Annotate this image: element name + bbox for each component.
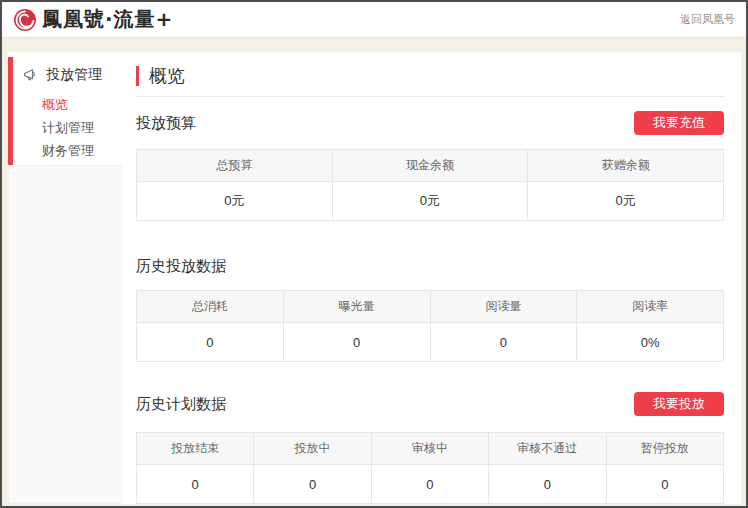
sidebar-item-plan-management[interactable]: 计划管理: [42, 116, 122, 139]
page-title: 概览: [149, 64, 185, 88]
col-delivering: 投放中: [254, 433, 371, 465]
total-consumption-value: 0: [137, 323, 284, 362]
exposure-value: 0: [283, 323, 430, 362]
delivery-paused-value: 0: [606, 465, 723, 504]
table-value-row: 0 0 0 0 0: [137, 465, 724, 504]
section-plan-data-header: 历史计划数据 我要投放: [136, 392, 724, 416]
delivery-ended-value: 0: [137, 465, 254, 504]
col-gift-balance: 获赠余额: [528, 150, 724, 182]
col-in-review: 审核中: [371, 433, 488, 465]
phoenix-swirl-icon: [13, 8, 37, 32]
budget-table: 总预算 现金余额 获赠余额 0元 0元 0元: [136, 149, 724, 221]
table-value-row: 0元 0元 0元: [137, 182, 724, 221]
history-data-table: 总消耗 曝光量 阅读量 阅读率 0 0 0 0%: [136, 290, 724, 362]
sidebar-group-label: 投放管理: [46, 66, 102, 84]
section-history-data-title: 历史投放数据: [136, 257, 226, 276]
sidebar-item-finance-management[interactable]: 财务管理: [42, 139, 122, 162]
table-header-row: 投放结束 投放中 审核中 审核不通过 暂停投放: [137, 433, 724, 465]
col-exposure: 曝光量: [283, 291, 430, 323]
main-panel: 投放管理 概览 计划管理 财务管理 概览 投放预算 我要充值: [8, 52, 741, 504]
title-divider: [136, 96, 724, 97]
section-budget-title: 投放预算: [136, 114, 196, 133]
megaphone-icon: [23, 68, 39, 82]
reads-value: 0: [430, 323, 577, 362]
brand-title: 鳳凰號·流量+: [42, 6, 173, 33]
col-read-rate: 阅读率: [577, 291, 724, 323]
content-area: 概览 投放预算 我要充值 总预算 现金余额 获赠余额 0元: [122, 52, 741, 504]
section-plan-data-title: 历史计划数据: [136, 395, 226, 414]
col-delivery-ended: 投放结束: [137, 433, 254, 465]
brand: 鳳凰號·流量+: [13, 6, 173, 33]
start-delivery-button[interactable]: 我要投放: [634, 392, 724, 416]
plan-data-table: 投放结束 投放中 审核中 审核不通过 暂停投放 0 0 0 0 0: [136, 432, 724, 504]
col-reads: 阅读量: [430, 291, 577, 323]
table-value-row: 0 0 0 0%: [137, 323, 724, 362]
sidebar: 投放管理 概览 计划管理 财务管理: [8, 52, 122, 504]
sidebar-lower-panel: [8, 165, 122, 504]
cash-balance-value: 0元: [332, 182, 528, 221]
review-rejected-value: 0: [489, 465, 606, 504]
col-cash-balance: 现金余额: [332, 150, 528, 182]
table-header-row: 总预算 现金余额 获赠余额: [137, 150, 724, 182]
col-review-rejected: 审核不通过: [489, 433, 606, 465]
delivering-value: 0: [254, 465, 371, 504]
gift-balance-value: 0元: [528, 182, 724, 221]
app-window: 鳳凰號·流量+ 返回凤凰号 投放管理 概览 计划管理 财务管理: [0, 0, 748, 508]
section-budget-header: 投放预算 我要充值: [136, 111, 724, 135]
in-review-value: 0: [371, 465, 488, 504]
page-title-row: 概览: [136, 64, 724, 87]
col-delivery-paused: 暂停投放: [606, 433, 723, 465]
read-rate-value: 0%: [577, 323, 724, 362]
col-total-consumption: 总消耗: [137, 291, 284, 323]
back-to-ifeng-link[interactable]: 返回凤凰号: [680, 12, 735, 27]
sidebar-menu: 概览 计划管理 财务管理: [8, 93, 122, 162]
sidebar-active-bar: [8, 57, 13, 165]
sidebar-item-overview[interactable]: 概览: [42, 93, 122, 116]
sidebar-group-delivery-management[interactable]: 投放管理: [8, 52, 122, 84]
title-accent-bar: [136, 66, 139, 86]
recharge-button[interactable]: 我要充值: [634, 111, 724, 135]
top-header: 鳳凰號·流量+ 返回凤凰号: [2, 2, 746, 38]
section-history-data-header: 历史投放数据: [136, 254, 724, 278]
table-header-row: 总消耗 曝光量 阅读量 阅读率: [137, 291, 724, 323]
total-budget-value: 0元: [137, 182, 333, 221]
col-total-budget: 总预算: [137, 150, 333, 182]
